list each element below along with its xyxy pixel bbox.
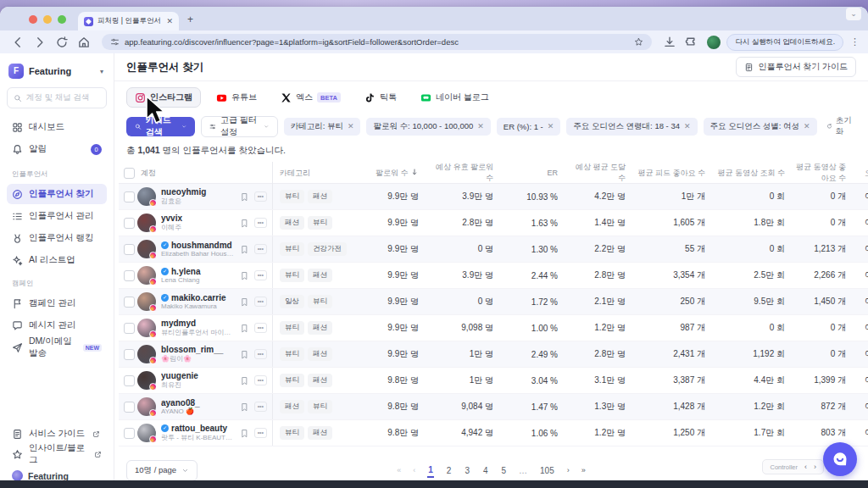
browser-profile-avatar[interactable]: [707, 36, 721, 49]
row-checkbox[interactable]: [124, 375, 135, 386]
row-menu-icon[interactable]: •••: [254, 428, 267, 438]
row-checkbox[interactable]: [124, 191, 135, 202]
col-followers[interactable]: 팔로워 수: [364, 168, 429, 179]
username[interactable]: yvvix: [161, 214, 235, 223]
controller-prev-icon[interactable]: ‹: [804, 463, 807, 471]
row-checkbox[interactable]: [124, 270, 135, 281]
col-avg-feed-likes[interactable]: 평균 피드 좋아요 수: [636, 168, 715, 179]
col-avg-video-likes[interactable]: 평균 동영상 좋아요 수: [795, 162, 856, 184]
page-button-4[interactable]: 4: [482, 464, 489, 477]
site-settings-icon[interactable]: [110, 37, 120, 47]
bookmark-star-icon[interactable]: [634, 37, 643, 47]
col-effective-followers[interactable]: 예상 유효 팔로워수: [429, 162, 504, 184]
minimize-window-button[interactable]: [43, 15, 52, 24]
filter-chip-0[interactable]: 카테고리: 뷰티 ✕: [284, 118, 361, 136]
new-tab-button[interactable]: +: [187, 14, 193, 25]
chat-fab[interactable]: [823, 442, 857, 476]
platform-tab-instagram[interactable]: 인스타그램: [126, 87, 201, 108]
sidebar-item-flag[interactable]: 캠페인 관리: [7, 293, 107, 313]
platform-tab-naver-blog[interactable]: 네이버 블로그: [412, 87, 498, 108]
filter-chip-2[interactable]: ER (%): 1 - ✕: [497, 118, 561, 136]
sidebar-item-message[interactable]: 메시지 관리: [7, 315, 107, 336]
bookmark-icon[interactable]: [240, 245, 249, 254]
table-row[interactable]: ayano08_ AYANO 🍎 ••• 패션뷰티 9.8만 명 9,084 명…: [119, 394, 868, 420]
bookmark-icon[interactable]: [240, 324, 249, 333]
row-menu-icon[interactable]: •••: [254, 375, 267, 385]
row-menu-icon[interactable]: •••: [254, 323, 267, 333]
reset-filters-button[interactable]: 초기화: [823, 115, 856, 137]
col-category[interactable]: 카테고리: [273, 168, 364, 179]
col-er[interactable]: ER: [504, 169, 568, 177]
select-all-checkbox[interactable]: [124, 168, 135, 179]
back-icon[interactable]: [11, 36, 25, 49]
advanced-filter-button[interactable]: 고급 필터 설정: [201, 116, 278, 137]
home-icon[interactable]: [77, 36, 91, 49]
table-row[interactable]: mydmyd 뷰티인플루언서 마이디JO ••• 뷰티패션 9.9만 명 9,0…: [119, 315, 868, 341]
browser-menu-icon[interactable]: ⋮: [850, 36, 860, 47]
col-account[interactable]: 계정: [137, 162, 273, 184]
table-row[interactable]: ✓rattou_beauty 랏투 - 뷰티 K-BEAUTY | 최현나 ••…: [119, 420, 868, 446]
prev-page-button[interactable]: ‹: [413, 466, 415, 474]
row-checkbox[interactable]: [124, 297, 135, 308]
username[interactable]: mydmyd: [161, 319, 235, 328]
controller-next-icon[interactable]: ›: [814, 463, 816, 471]
chrome-update-button[interactable]: 다시 실행하여 업데이트하세요.: [726, 34, 843, 51]
last-page-button[interactable]: »: [581, 466, 586, 474]
username[interactable]: yuugenie: [161, 371, 235, 380]
page-button-1[interactable]: 1: [427, 463, 434, 478]
table-row[interactable]: ✓h.ylena Lena Chiang ••• 뷰티패션 9.9만 명 3.9…: [119, 263, 868, 289]
bookmark-icon[interactable]: [240, 192, 249, 202]
bookmark-icon[interactable]: [240, 376, 249, 385]
row-menu-icon[interactable]: •••: [254, 349, 267, 359]
recorder-collapse-button[interactable]: ⌄: [846, 8, 861, 20]
first-page-button[interactable]: «: [397, 466, 401, 474]
page-button-2[interactable]: 2: [446, 464, 453, 477]
row-checkbox[interactable]: [124, 218, 135, 229]
bookmark-icon[interactable]: [240, 429, 249, 438]
row-checkbox[interactable]: [124, 428, 135, 439]
sidebar-footer-doc[interactable]: 서비스 가이드: [7, 424, 107, 443]
bookmark-icon[interactable]: [240, 350, 249, 359]
sidebar-footer-star[interactable]: 인사이트/블로그: [7, 445, 107, 463]
table-row[interactable]: ✓houshmandmd Elizabeth Bahar Houshmand,M…: [119, 236, 868, 263]
bookmark-icon[interactable]: [240, 297, 249, 307]
close-window-button[interactable]: [29, 15, 37, 24]
workspace-switcher[interactable]: F Featuring ▾: [7, 62, 107, 87]
bookmark-icon[interactable]: [240, 271, 249, 280]
table-row[interactable]: nueoyhmig 김효은 ••• 뷰티패션 9.9만 명 3.9만 명 10.…: [119, 184, 868, 210]
close-icon[interactable]: ✕: [477, 122, 484, 130]
col-audience[interactable]: 오디언스: [856, 168, 868, 179]
close-icon[interactable]: ✕: [348, 122, 354, 130]
username[interactable]: blossom_rim__: [161, 345, 235, 354]
sidebar-item-grid[interactable]: 대시보드: [7, 117, 107, 137]
sidebar-item-bell[interactable]: 알림 0: [7, 139, 107, 159]
row-menu-icon[interactable]: •••: [254, 270, 267, 280]
table-row[interactable]: yvvix 이혜주 ••• 패션뷰티 9.9만 명 2.8만 명 1.63 % …: [119, 210, 868, 236]
forward-icon[interactable]: [33, 36, 47, 49]
table-row[interactable]: yuugenie 최유진 ••• 뷰티패션 9.8만 명 1만 명 3.04 %…: [119, 368, 868, 394]
username[interactable]: ✓h.ylena: [161, 267, 235, 276]
reload-icon[interactable]: [55, 36, 69, 49]
extensions-icon[interactable]: [685, 36, 698, 49]
table-row[interactable]: blossom_rim__ 🌸림이🌸 ••• 뷰티패션 9.9만 명 1만 명 …: [119, 341, 868, 368]
username[interactable]: ✓houshmandmd: [161, 241, 235, 250]
username[interactable]: ayano08_: [161, 398, 235, 408]
table-row[interactable]: ✓makiko.carrie Makiko Kawamura ••• 일상뷰티 …: [119, 289, 868, 315]
row-menu-icon[interactable]: •••: [254, 244, 267, 254]
row-checkbox[interactable]: [124, 323, 135, 334]
guide-button[interactable]: 인플루언서 찾기 가이드: [736, 57, 856, 77]
sidebar-item-sparkle[interactable]: AI 리스트업: [7, 250, 107, 270]
page-button-3[interactable]: 3: [464, 464, 470, 477]
bookmark-icon[interactable]: [240, 402, 249, 412]
col-avg-reach[interactable]: 예상 평균 도달 수: [568, 162, 636, 184]
username[interactable]: ✓makiko.carrie: [161, 293, 235, 302]
close-icon[interactable]: ✕: [548, 122, 554, 130]
keyword-search-button[interactable]: 키워드 검색: [126, 117, 195, 136]
per-page-select[interactable]: 10명 / page: [126, 460, 198, 481]
sidebar-item-compass[interactable]: 인플루언서 찾기: [7, 184, 107, 204]
platform-tab-x-logo[interactable]: 엑스 BETA: [272, 87, 349, 108]
row-menu-icon[interactable]: •••: [254, 218, 267, 228]
sidebar-item-send[interactable]: DM/이메일 발송 NEW: [7, 337, 107, 358]
filter-chip-1[interactable]: 팔로워 수: 10,000 - 100,000 ✕: [366, 118, 490, 136]
page-button-105[interactable]: 105: [539, 464, 555, 477]
